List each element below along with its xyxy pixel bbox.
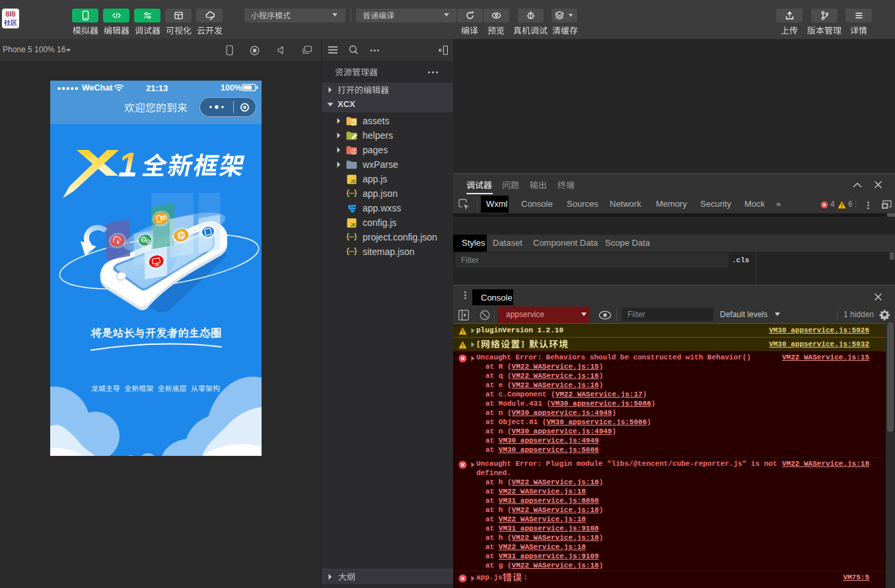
svg-text:JS: JS [350, 179, 356, 184]
svg-text:JS: JS [350, 223, 356, 227]
